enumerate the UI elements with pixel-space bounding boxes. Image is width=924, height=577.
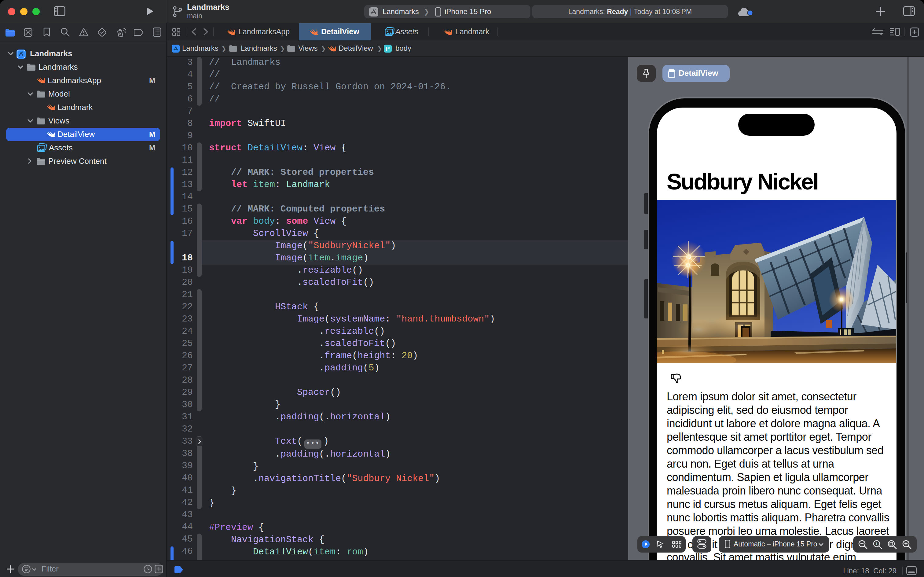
svg-text:1: 1 (876, 541, 877, 546)
